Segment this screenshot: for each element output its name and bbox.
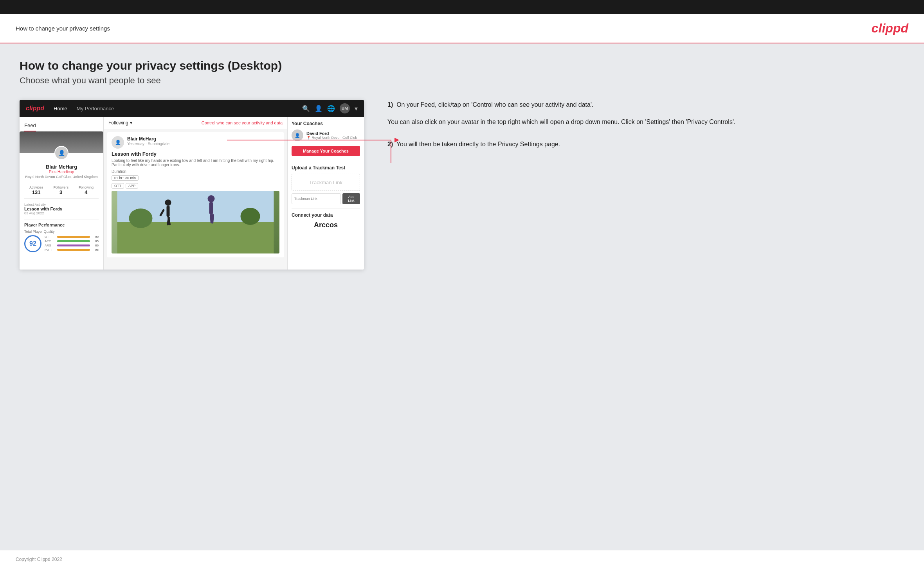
pp-title: Player Performance bbox=[24, 223, 99, 227]
connect-title: Connect your data bbox=[292, 212, 360, 218]
header-title: How to change your privacy settings bbox=[16, 25, 110, 32]
svg-point-2 bbox=[129, 209, 153, 228]
followers-label: Followers bbox=[53, 185, 68, 189]
following-button[interactable]: Following ▾ bbox=[108, 120, 132, 126]
content-layout: clippd Home My Performance 🔍 👤 🌐 BM ▾ bbox=[20, 100, 904, 270]
app-nav-icons: 🔍 👤 🌐 BM ▾ bbox=[302, 103, 358, 113]
profile-club: Royal North Devon Golf Club, United King… bbox=[24, 175, 99, 179]
bar-ott-label: OTT bbox=[45, 235, 56, 239]
trackman-title: Upload a Trackman Test bbox=[292, 165, 360, 171]
player-performance: Player Performance Total Player Quality … bbox=[24, 219, 99, 252]
coach-info: David Ford 📍 Royal North Devon Golf Club bbox=[306, 131, 357, 140]
red-vertical-line bbox=[391, 140, 391, 163]
step-2: 2) You will then be taken directly to th… bbox=[387, 139, 904, 149]
app-nav-performance[interactable]: My Performance bbox=[77, 106, 114, 111]
bar-app: APP 85 bbox=[45, 239, 99, 243]
trackman-add-button[interactable]: Add Link bbox=[342, 193, 360, 204]
page-heading: How to change your privacy settings (Des… bbox=[20, 59, 904, 72]
avatar[interactable]: BM bbox=[340, 103, 350, 113]
profile-info: Blair McHarg Plus Handicap Royal North D… bbox=[24, 162, 99, 179]
post-duration-value: 01 hr : 30 min bbox=[112, 175, 139, 181]
manage-coaches-button[interactable]: Manage Your Coaches bbox=[292, 146, 360, 156]
post-image-svg bbox=[112, 191, 279, 253]
search-icon[interactable]: 🔍 bbox=[302, 105, 310, 112]
post-tags: 01 hr : 30 min bbox=[112, 175, 279, 181]
coaches-title: Your Coaches bbox=[292, 121, 360, 126]
trackman-input-row: Add Link bbox=[292, 193, 360, 204]
svg-point-9 bbox=[208, 195, 215, 202]
profile-name: Blair McHarg bbox=[24, 164, 99, 170]
following-chevron: ▾ bbox=[130, 120, 132, 126]
quality-bars: OTT 90 APP 85 bbox=[45, 235, 99, 252]
instructions: 1) On your Feed, click/tap on 'Control w… bbox=[380, 100, 904, 162]
post-title: Lesson with Fordy bbox=[112, 151, 279, 157]
globe-icon[interactable]: 🌐 bbox=[327, 105, 335, 112]
bar-app-label: APP bbox=[45, 239, 56, 243]
feed-tab[interactable]: Feed bbox=[24, 122, 36, 131]
coaches-section: Your Coaches 👤 David Ford 📍 Royal North … bbox=[292, 121, 360, 156]
profile-avatar: 👤 bbox=[54, 146, 68, 160]
followers-stat: Followers 3 bbox=[53, 185, 68, 195]
quality-circle: 92 bbox=[24, 235, 41, 252]
chevron-down-icon[interactable]: ▾ bbox=[355, 105, 358, 112]
bar-app-value: 85 bbox=[92, 239, 99, 243]
post-avatar: 👤 bbox=[112, 136, 124, 149]
latest-activity-name: Lesson with Fordy bbox=[24, 207, 99, 211]
svg-point-4 bbox=[165, 200, 171, 206]
following-label: Following bbox=[108, 120, 128, 126]
post-author-info: Blair McHarg Yesterday · Sunningdale bbox=[127, 136, 169, 146]
page-subheading: Choose what you want people to see bbox=[20, 75, 904, 86]
footer-copyright: Copyright Clippd 2022 bbox=[16, 557, 62, 562]
post-description: Looking to feel like my hands are exitin… bbox=[112, 158, 279, 167]
tag-ott: OTT bbox=[112, 183, 124, 189]
site-header: How to change your privacy settings clip… bbox=[0, 14, 924, 43]
following-value: 4 bbox=[79, 189, 94, 195]
bar-app-track bbox=[57, 240, 90, 242]
latest-activity-label: Latest Activity bbox=[24, 203, 99, 207]
bar-putt-value: 96 bbox=[92, 248, 99, 252]
profile-stats: Activities 131 Followers 3 Following 4 bbox=[24, 182, 99, 199]
red-horizontal-line bbox=[227, 140, 391, 140]
app-nav-home[interactable]: Home bbox=[54, 106, 67, 111]
annotation-line bbox=[227, 140, 391, 140]
step-2-text: 2) You will then be taken directly to th… bbox=[387, 139, 904, 149]
svg-point-3 bbox=[241, 208, 260, 225]
quality-layout: 92 OTT 90 APP bbox=[24, 235, 99, 252]
following-bar: Following ▾ Control who can see your act… bbox=[104, 117, 287, 129]
bar-ott-value: 90 bbox=[92, 235, 99, 239]
top-bar bbox=[0, 0, 924, 14]
bar-ott: OTT 90 bbox=[45, 235, 99, 239]
privacy-link[interactable]: Control who can see your activity and da… bbox=[202, 120, 283, 125]
site-footer: Copyright Clippd 2022 bbox=[0, 550, 924, 568]
clippd-logo: clippd bbox=[872, 21, 908, 36]
app-nav: clippd Home My Performance 🔍 👤 🌐 BM ▾ bbox=[20, 100, 364, 117]
activities-label: Activities bbox=[29, 185, 43, 189]
step-1: 1) On your Feed, click/tap on 'Control w… bbox=[387, 100, 904, 127]
bar-putt: PUTT 96 bbox=[45, 248, 99, 252]
profile-header: 👤 bbox=[20, 131, 103, 153]
coach-club: 📍 Royal North Devon Golf Club bbox=[306, 136, 357, 140]
profile-handicap: Plus Handicap bbox=[24, 170, 99, 174]
app-mockup: clippd Home My Performance 🔍 👤 🌐 BM ▾ bbox=[20, 100, 364, 270]
trackman-section: Upload a Trackman Test Trackman Link Add… bbox=[292, 161, 360, 204]
feed-panel: Feed 👤 Blair McHarg Plus Handicap Royal … bbox=[20, 117, 104, 270]
trackman-input[interactable] bbox=[292, 193, 341, 204]
person-icon[interactable]: 👤 bbox=[315, 105, 322, 112]
bar-ott-track bbox=[57, 236, 90, 238]
bar-putt-track bbox=[57, 249, 90, 251]
location-icon: 📍 bbox=[306, 136, 311, 140]
app-nav-logo: clippd bbox=[26, 105, 44, 112]
post-header: 👤 Blair McHarg Yesterday · Sunningdale bbox=[112, 136, 279, 149]
app-mockup-wrapper: clippd Home My Performance 🔍 👤 🌐 BM ▾ bbox=[20, 100, 364, 270]
post-card: 👤 Blair McHarg Yesterday · Sunningdale L… bbox=[107, 132, 284, 257]
following-stat: Following 4 bbox=[79, 185, 94, 195]
activities-value: 131 bbox=[29, 189, 43, 195]
bar-arg: ARG 86 bbox=[45, 244, 99, 247]
red-arrow bbox=[394, 138, 399, 142]
trackman-placeholder: Trackman Link bbox=[292, 174, 360, 191]
step-1-number: 1) bbox=[387, 101, 393, 108]
step-1-extra: You can also click on your avatar in the… bbox=[387, 117, 904, 127]
latest-activity: Latest Activity Lesson with Fordy 03 Aug… bbox=[24, 203, 99, 215]
post-image bbox=[112, 191, 279, 253]
quality-label: Total Player Quality bbox=[24, 230, 99, 234]
